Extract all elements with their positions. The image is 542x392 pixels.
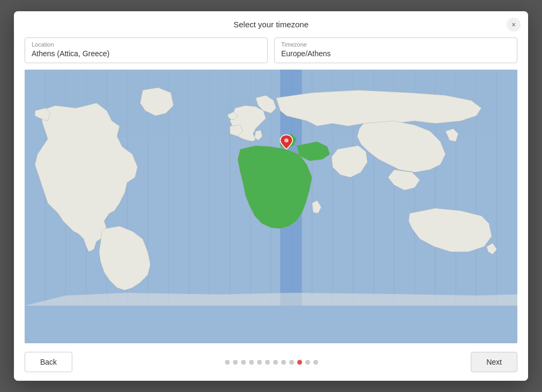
close-button[interactable]: × <box>507 18 521 32</box>
world-map-svg <box>25 70 517 306</box>
fields-row: Location Athens (Attica, Greece) Timezon… <box>14 37 528 70</box>
timezone-value: Europe/Athens <box>281 49 331 58</box>
location-field[interactable]: Location Athens (Attica, Greece) <box>25 37 268 63</box>
pagination-dot-3[interactable] <box>241 360 246 365</box>
pagination-dot-9[interactable] <box>289 360 294 365</box>
timezone-dialog: Select your timezone × Location Athens (… <box>14 11 528 381</box>
dialog-header: Select your timezone × <box>14 11 528 37</box>
pagination-dot-12[interactable] <box>313 360 318 365</box>
timezone-map[interactable] <box>25 70 517 343</box>
pagination-dot-8[interactable] <box>281 360 286 365</box>
location-value: Athens (Attica, Greece) <box>32 49 110 58</box>
pagination-dot-2[interactable] <box>233 360 238 365</box>
pagination-dot-7[interactable] <box>273 360 278 365</box>
pagination-dot-11[interactable] <box>305 360 310 365</box>
location-label: Location <box>32 41 261 48</box>
back-button[interactable]: Back <box>25 352 72 372</box>
timezone-label: Timezone <box>281 41 510 48</box>
timezone-field[interactable]: Timezone Europe/Athens <box>274 37 517 63</box>
pagination-dot-6[interactable] <box>265 360 270 365</box>
svg-point-25 <box>284 138 289 142</box>
dialog-footer: Back Next <box>14 343 528 381</box>
next-button[interactable]: Next <box>471 352 517 372</box>
pagination-dot-5[interactable] <box>257 360 262 365</box>
pagination-dot-10[interactable] <box>297 360 302 365</box>
dialog-title: Select your timezone <box>234 20 308 29</box>
pagination-dot-1[interactable] <box>225 360 230 365</box>
pagination-dot-4[interactable] <box>249 360 254 365</box>
pagination-dots <box>225 360 318 365</box>
